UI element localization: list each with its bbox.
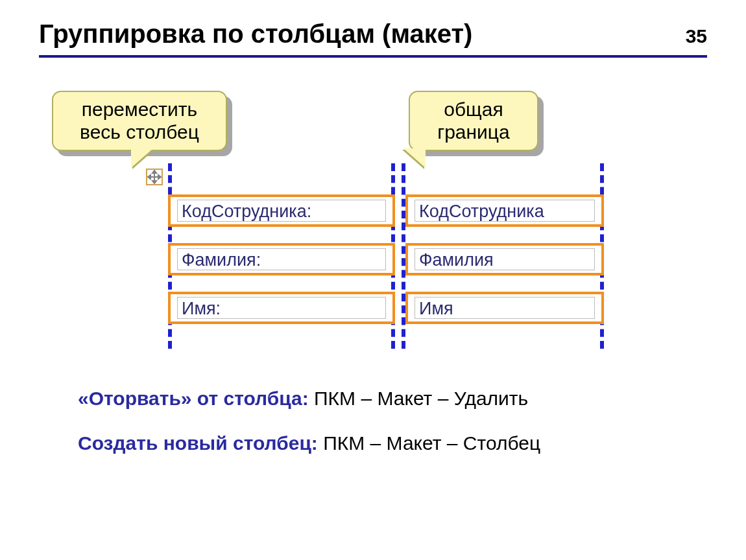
- field-value-cell: Имя: [405, 292, 604, 324]
- field-value-cell: Фамилия: [405, 243, 604, 275]
- grid-row: Имя: Имя: [168, 292, 607, 324]
- note-detach: «Оторвать» от столбца: ПКМ – Макет – Уда…: [78, 386, 540, 411]
- title-underline: [39, 55, 707, 58]
- notes: «Оторвать» от столбца: ПКМ – Макет – Уда…: [78, 386, 540, 475]
- page-number: 35: [686, 25, 707, 47]
- callout-move-column-text: переместить весь столбец: [80, 99, 199, 143]
- field-value-cell: КодСотрудника: [405, 194, 604, 227]
- callout-move-column: переместить весь столбец: [52, 91, 227, 151]
- slide-title: Группировка по столбцам (макет): [39, 19, 472, 49]
- field-label: Фамилия:: [177, 248, 386, 270]
- note-newcol-label: Создать новый столбец:: [78, 432, 318, 454]
- field-value: КодСотрудника: [415, 200, 595, 222]
- move-handle-icon: [146, 169, 163, 185]
- field-label: КодСотрудника:: [177, 200, 386, 222]
- callout-common-border-text: общая граница: [437, 99, 510, 143]
- title-row: Группировка по столбцам (макет) 35: [39, 19, 707, 49]
- grid-row: КодСотрудника: КодСотрудника: [168, 194, 607, 227]
- callout-tail-icon: [131, 148, 153, 168]
- svg-marker-4: [148, 175, 150, 179]
- svg-marker-2: [152, 170, 156, 173]
- callout-tail-icon: [403, 148, 426, 168]
- note-detach-label: «Оторвать» от столбца:: [78, 388, 309, 409]
- field-label: Имя:: [177, 297, 386, 319]
- note-newcol: Создать новый столбец: ПКМ – Макет – Сто…: [78, 430, 540, 456]
- slide: Группировка по столбцам (макет) 35 перем…: [0, 0, 746, 560]
- note-newcol-value: ПКМ – Макет – Столбец: [318, 432, 540, 454]
- field-value: Фамилия: [415, 248, 595, 270]
- grid-row: Фамилия: Фамилия: [168, 243, 607, 275]
- field-label-cell: Имя:: [168, 292, 395, 324]
- note-detach-value: ПКМ – Макет – Удалить: [309, 388, 529, 409]
- svg-marker-3: [152, 181, 156, 183]
- svg-marker-5: [158, 175, 161, 179]
- layout-diagram: КодСотрудника: КодСотрудника Фамилия: Фа…: [139, 169, 607, 344]
- field-label-cell: Фамилия:: [168, 243, 395, 275]
- callout-common-border: общая граница: [409, 91, 538, 151]
- field-label-cell: КодСотрудника:: [168, 194, 395, 227]
- field-value: Имя: [415, 297, 595, 319]
